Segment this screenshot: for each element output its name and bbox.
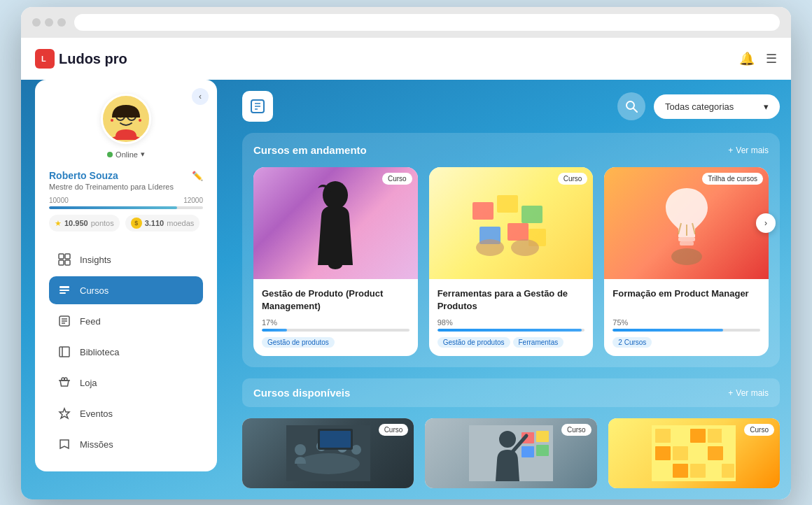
svg-marker-25 (59, 408, 69, 418)
online-dot (107, 152, 113, 157)
sidebar-item-feed[interactable]: Feed (49, 307, 203, 335)
card-3-tags: 2 Cursos (612, 337, 760, 348)
svg-rect-10 (59, 254, 64, 259)
logo-text: Ludos pro (59, 51, 127, 67)
svg-rect-13 (65, 260, 70, 265)
card-2-badge: Curso (558, 173, 588, 185)
avatar-section: Online ▾ (49, 94, 203, 159)
sidebar-item-cursos[interactable]: Cursos (49, 276, 203, 304)
ongoing-cards-row: Curso Gestão de Produto (Product Managem… (253, 167, 769, 356)
content-header: Todas categorias ▾ (242, 91, 780, 122)
course-card-1[interactable]: Curso Gestão de Produto (Product Managem… (253, 167, 418, 356)
ongoing-courses-section: Cursos em andamento + Ver mais (242, 133, 780, 367)
svg-line-31 (634, 108, 637, 112)
svg-rect-36 (522, 206, 542, 223)
available-card-3-badge: Curso (744, 424, 774, 436)
available-see-more-button[interactable]: + Ver mais (728, 388, 769, 398)
card-1-image-wrapper: Curso (253, 167, 418, 279)
card-3-progress-percent: 75% (612, 318, 760, 327)
svg-rect-56 (307, 459, 321, 467)
svg-point-53 (351, 445, 361, 455)
card-2-progress-container: 98% (438, 318, 585, 332)
xp-bar (49, 206, 203, 209)
svg-rect-61 (536, 431, 549, 442)
card-3-tag-1: 2 Cursos (612, 337, 652, 348)
svg-rect-57 (328, 457, 342, 466)
browser-dot-maximize[interactable] (57, 18, 66, 27)
card-2-progress-bar (438, 329, 585, 332)
ongoing-see-more-button[interactable]: + Ver mais (728, 145, 769, 155)
svg-rect-15 (59, 290, 69, 291)
browser-dot-minimize[interactable] (45, 18, 53, 27)
cursos-label: Cursos (80, 285, 108, 296)
available-card-3-image-wrapper: Curso (608, 418, 780, 488)
category-dropdown-text: Todas categorias (665, 101, 758, 112)
book-icon-button[interactable] (242, 91, 273, 122)
svg-rect-43 (680, 241, 694, 246)
svg-rect-66 (673, 429, 688, 443)
svg-rect-68 (708, 429, 723, 443)
svg-point-59 (499, 431, 516, 448)
available-card-3[interactable]: Curso (608, 418, 780, 488)
card-1-progress-percent: 17% (262, 318, 410, 327)
course-card-3[interactable]: Trilha de cursos Formação em Product Man… (604, 167, 769, 356)
menu-icon[interactable]: ☰ (766, 51, 777, 66)
svg-rect-77 (708, 464, 723, 478)
coins-stat: $ 3.110 moedas (125, 215, 200, 232)
card-1-progress-fill (262, 329, 287, 332)
coins-value: 3.110 (145, 219, 164, 227)
points-stat: ★ 10.950 pontos (49, 215, 120, 232)
available-card-2[interactable]: Curso (425, 418, 596, 488)
card-2-tag-1: Gestão de produtos (438, 337, 510, 348)
browser-chrome (21, 7, 791, 38)
sidebar-collapse-button[interactable]: ‹ (192, 88, 209, 105)
search-and-filter: Todas categorias ▾ (284, 92, 780, 120)
available-card-1[interactable]: Curso (242, 418, 414, 488)
available-courses-section: Cursos disponíveis + Ver mais (242, 378, 780, 488)
card-3-title: Formação em Product Manager (612, 287, 760, 313)
ongoing-section-title: Cursos em andamento (253, 144, 367, 156)
svg-rect-72 (690, 446, 706, 460)
insights-icon (57, 252, 71, 266)
sidebar-item-loja[interactable]: Loja (49, 369, 203, 397)
sidebar-item-eventos[interactable]: Eventos (49, 399, 203, 427)
course-card-2[interactable]: Curso Ferramentas para a Gestão de Produ… (429, 167, 594, 356)
browser-dots (32, 18, 66, 27)
sidebar: ‹ (35, 80, 217, 471)
coin-icon: $ (131, 218, 142, 229)
sidebar-item-missoes[interactable]: Missões (49, 430, 203, 458)
card-3-badge: Trilha de cursos (702, 173, 763, 185)
ongoing-see-more-label: Ver mais (736, 145, 769, 155)
cursos-icon (57, 283, 71, 297)
search-button[interactable] (617, 92, 645, 120)
card-3-image-wrapper: Trilha de cursos (604, 167, 769, 279)
svg-point-9 (139, 119, 141, 122)
user-name: Roberto Souza (49, 170, 118, 181)
card-3-progress-bar (612, 329, 760, 332)
available-cards-row: Curso (242, 418, 780, 488)
user-name-row: Roberto Souza ✏️ (49, 170, 203, 181)
browser-addressbar (74, 14, 780, 31)
next-arrow-button[interactable]: › (756, 213, 776, 233)
online-badge[interactable]: Online ▾ (107, 150, 145, 159)
sidebar-item-biblioteca[interactable]: Biblioteca (49, 338, 203, 366)
browser-dot-close[interactable] (32, 18, 41, 27)
sidebar-item-insights[interactable]: Insights (49, 246, 203, 273)
svg-rect-67 (690, 429, 706, 443)
svg-rect-63 (536, 445, 549, 456)
category-dropdown[interactable]: Todas categorias ▾ (654, 94, 780, 119)
notification-icon[interactable]: 🔔 (739, 51, 755, 66)
card-1-progress-bar (262, 329, 410, 332)
svg-rect-55 (320, 431, 351, 448)
card-2-image-wrapper: Curso (429, 167, 594, 279)
edit-icon[interactable]: ✏️ (192, 171, 203, 181)
biblioteca-label: Biblioteca (80, 347, 119, 357)
svg-rect-62 (522, 446, 534, 457)
card-1-progress-container: 17% (262, 318, 410, 332)
svg-point-47 (671, 248, 702, 265)
available-plus-icon: + (728, 388, 733, 398)
loja-label: Loja (80, 378, 97, 388)
card-1-body: Gestão de Produto (Product Management) 1… (253, 279, 418, 356)
card-2-progress-fill (438, 329, 582, 332)
svg-rect-73 (708, 446, 723, 460)
